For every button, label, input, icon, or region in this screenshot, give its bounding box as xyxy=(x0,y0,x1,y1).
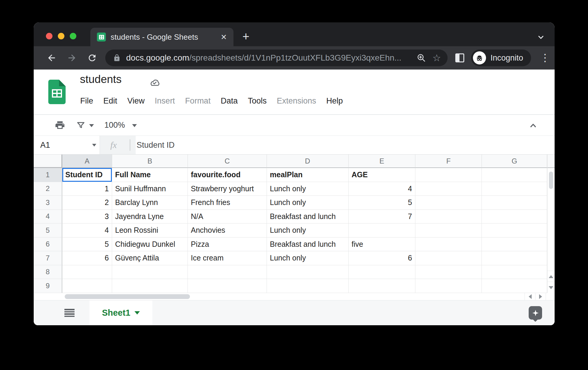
cell-G1[interactable] xyxy=(482,168,547,182)
scroll-right-button[interactable] xyxy=(535,293,546,300)
vertical-scrollbar-thumb[interactable] xyxy=(549,172,553,189)
menu-tools[interactable]: Tools xyxy=(243,96,272,106)
filter-caret-icon[interactable] xyxy=(89,124,94,127)
forward-icon[interactable] xyxy=(67,53,77,63)
row-header-8[interactable]: 8 xyxy=(34,265,62,279)
column-header-A[interactable]: A xyxy=(62,155,112,168)
column-header-G[interactable]: G xyxy=(482,155,547,168)
cell-A3[interactable]: 2 xyxy=(62,196,112,210)
row-header-4[interactable]: 4 xyxy=(34,210,62,224)
cell-A5[interactable]: 4 xyxy=(62,223,112,238)
name-box[interactable]: A1 xyxy=(40,141,50,150)
cell-G2[interactable] xyxy=(482,182,547,196)
collapse-toolbar-icon[interactable] xyxy=(528,121,538,130)
column-header-B[interactable]: B xyxy=(112,155,188,168)
cell-D8[interactable] xyxy=(267,265,349,279)
cell-C5[interactable]: Anchovies xyxy=(188,223,267,238)
cell-D3[interactable]: Lunch only xyxy=(267,196,349,210)
cell-A6[interactable]: 5 xyxy=(62,238,112,252)
vertical-scrollbar[interactable] xyxy=(547,155,555,293)
cell-E8[interactable] xyxy=(349,265,415,279)
row-header-3[interactable]: 3 xyxy=(34,196,62,210)
cell-C7[interactable]: Ice cream xyxy=(188,251,267,265)
horizontal-scrollbar-thumb[interactable] xyxy=(65,294,190,299)
cell-G5[interactable] xyxy=(482,223,547,238)
formula-input[interactable]: Student ID xyxy=(137,141,175,150)
cell-F4[interactable] xyxy=(415,210,482,224)
horizontal-scrollbar[interactable] xyxy=(34,293,555,300)
sheet-tab-caret-icon[interactable] xyxy=(134,311,140,314)
cell-A2[interactable]: 1 xyxy=(62,182,112,196)
cell-E6[interactable]: five xyxy=(349,238,415,252)
cell-E4[interactable]: 7 xyxy=(349,210,415,224)
cell-G8[interactable] xyxy=(482,265,547,279)
cell-G7[interactable] xyxy=(482,251,547,265)
cell-B3[interactable]: Barclay Lynn xyxy=(112,196,188,210)
cell-F6[interactable] xyxy=(415,238,482,252)
address-bar[interactable]: docs.google.com/spreadsheets/d/1V1nPp1tz… xyxy=(105,50,448,66)
cell-D2[interactable]: Lunch only xyxy=(267,182,349,196)
row-header-1[interactable]: 1 xyxy=(34,168,62,182)
scroll-down-button[interactable] xyxy=(547,282,555,293)
back-icon[interactable] xyxy=(47,53,57,63)
new-tab-button[interactable]: + xyxy=(242,30,249,42)
cell-E1[interactable]: AGE xyxy=(349,168,415,182)
cell-E7[interactable]: 6 xyxy=(349,251,415,265)
column-header-F[interactable]: F xyxy=(415,155,482,168)
column-header-D[interactable]: D xyxy=(267,155,349,168)
zoom-page-icon[interactable] xyxy=(417,53,426,62)
cell-G6[interactable] xyxy=(482,238,547,252)
cell-C8[interactable] xyxy=(188,265,267,279)
side-panel-icon[interactable] xyxy=(455,53,464,62)
cell-G4[interactable] xyxy=(482,210,547,224)
cell-D1[interactable]: mealPlan xyxy=(267,168,349,182)
menu-edit[interactable]: Edit xyxy=(98,96,123,106)
row-header-9[interactable]: 9 xyxy=(34,279,62,293)
cell-B5[interactable]: Leon Rossini xyxy=(112,223,188,238)
tab-search-chevron-icon[interactable] xyxy=(537,33,545,43)
minimize-window-button[interactable] xyxy=(58,33,64,39)
browser-menu-icon[interactable]: ⋮ xyxy=(540,53,550,63)
row-header-2[interactable]: 2 xyxy=(34,182,62,196)
row-header-5[interactable]: 5 xyxy=(34,223,62,238)
filter-icon[interactable] xyxy=(76,121,86,130)
cell-A7[interactable]: 6 xyxy=(62,251,112,265)
menu-help[interactable]: Help xyxy=(321,96,348,106)
scroll-left-button[interactable] xyxy=(524,293,535,300)
column-header-E[interactable]: E xyxy=(349,155,415,168)
cell-C4[interactable]: N/A xyxy=(188,210,267,224)
cell-E3[interactable]: 5 xyxy=(349,196,415,210)
menu-data[interactable]: Data xyxy=(216,96,243,106)
cell-D6[interactable]: Breakfast and lunch xyxy=(267,238,349,252)
cell-B8[interactable] xyxy=(112,265,188,279)
cell-C9[interactable] xyxy=(188,279,267,293)
cell-B6[interactable]: Chidiegwu Dunkel xyxy=(112,238,188,252)
cell-D5[interactable]: Lunch only xyxy=(267,223,349,238)
print-icon[interactable] xyxy=(55,120,65,131)
cell-B9[interactable] xyxy=(112,279,188,293)
bookmark-star-icon[interactable]: ☆ xyxy=(432,53,441,63)
cell-F1[interactable] xyxy=(415,168,482,182)
zoom-level[interactable]: 100% xyxy=(104,121,125,130)
menu-insert[interactable]: Insert xyxy=(150,96,180,106)
menu-format[interactable]: Format xyxy=(180,96,216,106)
select-all-corner[interactable] xyxy=(34,155,62,168)
menu-view[interactable]: View xyxy=(122,96,150,106)
column-header-C[interactable]: C xyxy=(188,155,267,168)
cell-F7[interactable] xyxy=(415,251,482,265)
cell-A4[interactable]: 3 xyxy=(62,210,112,224)
cell-F3[interactable] xyxy=(415,196,482,210)
cell-A8[interactable] xyxy=(62,265,112,279)
document-title[interactable]: students xyxy=(80,73,122,86)
sheet-tab-sheet1[interactable]: Sheet1 xyxy=(89,300,152,325)
cell-E5[interactable] xyxy=(349,223,415,238)
cell-C6[interactable]: Pizza xyxy=(188,238,267,252)
cell-F5[interactable] xyxy=(415,223,482,238)
menu-extensions[interactable]: Extensions xyxy=(272,96,321,106)
menu-file[interactable]: File xyxy=(75,96,98,106)
explore-button[interactable] xyxy=(529,306,542,320)
fullscreen-window-button[interactable] xyxy=(70,33,76,39)
cell-D7[interactable]: Lunch only xyxy=(267,251,349,265)
cell-C3[interactable]: French fries xyxy=(188,196,267,210)
name-box-caret-icon[interactable] xyxy=(92,144,96,147)
